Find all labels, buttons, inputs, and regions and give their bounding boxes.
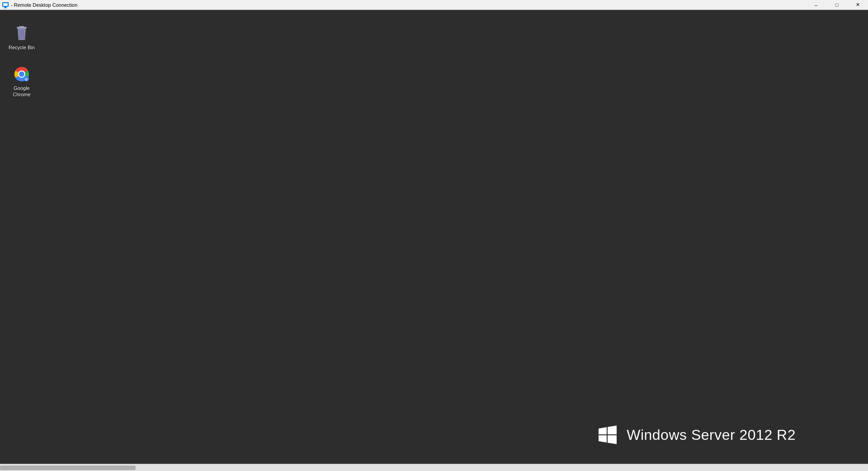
rdp-icon xyxy=(2,1,9,9)
minimize-button[interactable]: – xyxy=(806,0,826,10)
recycle-bin-label: Recycle Bin xyxy=(9,44,35,51)
svg-rect-1 xyxy=(3,3,8,6)
desktop: Recycle Bin G xyxy=(0,10,868,464)
scrollbar-area[interactable] xyxy=(0,464,868,471)
svg-line-8 xyxy=(24,30,24,39)
svg-line-6 xyxy=(20,30,20,39)
svg-text:G: G xyxy=(25,77,28,81)
title-bar-title: - Remote Desktop Connection xyxy=(11,2,77,8)
svg-rect-5 xyxy=(19,26,24,28)
server-branding: Windows Server 2012 R2 xyxy=(597,424,796,446)
recycle-bin-svg xyxy=(14,25,30,42)
chrome-label: Google Chrome xyxy=(5,85,38,98)
recycle-bin-icon[interactable]: Recycle Bin xyxy=(4,23,40,52)
svg-marker-14 xyxy=(608,426,617,435)
close-button[interactable]: ✕ xyxy=(847,0,868,10)
google-chrome-icon[interactable]: G Google Chrome xyxy=(4,63,40,100)
title-bar-controls: – □ ✕ xyxy=(806,0,868,9)
svg-point-10 xyxy=(19,71,24,77)
maximize-button[interactable]: □ xyxy=(826,0,847,10)
svg-rect-3 xyxy=(4,8,7,8)
chrome-image: G xyxy=(13,65,31,83)
svg-marker-15 xyxy=(599,435,607,443)
server-branding-text: Windows Server 2012 R2 xyxy=(627,427,796,443)
scrollbar-track[interactable] xyxy=(0,466,868,470)
title-bar: - Remote Desktop Connection – □ ✕ xyxy=(0,0,868,10)
title-bar-left: - Remote Desktop Connection xyxy=(2,1,77,9)
windows-logo-svg xyxy=(597,424,618,446)
svg-rect-2 xyxy=(5,7,6,8)
svg-marker-16 xyxy=(608,435,617,444)
scrollbar-thumb[interactable] xyxy=(0,466,136,470)
recycle-bin-image xyxy=(13,24,31,42)
chrome-svg: G xyxy=(13,65,31,83)
svg-marker-13 xyxy=(599,427,607,434)
